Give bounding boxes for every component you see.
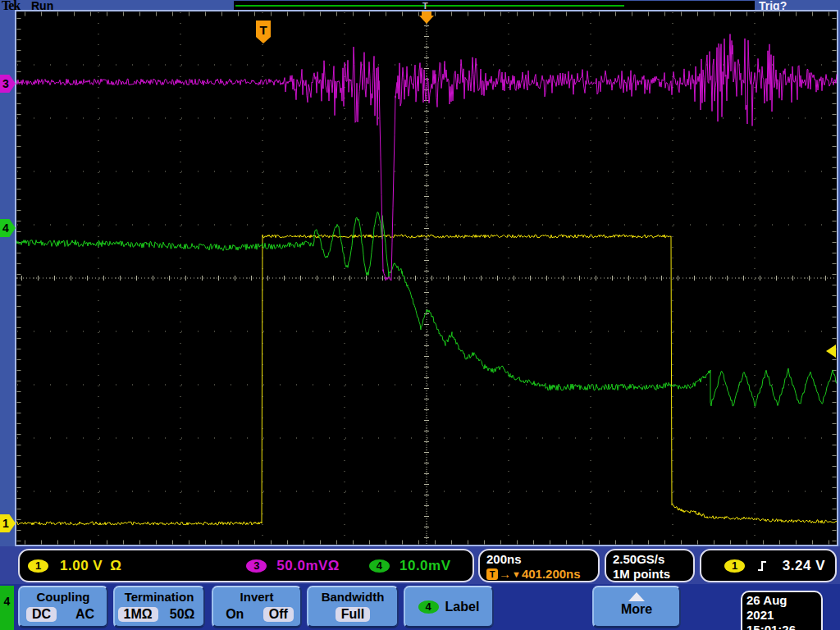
invert-button[interactable]: Invert On Off — [212, 586, 302, 628]
more-title: More — [594, 602, 679, 617]
triangle-down-icon: ▼ — [512, 569, 521, 579]
sample-rate: 2.50GS/s — [613, 552, 693, 567]
delay-position-marker[interactable] — [419, 11, 434, 24]
bandwidth-button[interactable]: Bandwidth Full — [307, 586, 399, 628]
invert-title: Invert — [213, 590, 300, 604]
arrow-right-icon: → — [499, 567, 511, 581]
termination-title: Termination — [115, 590, 203, 604]
ch3-badge[interactable]: 3 — [246, 559, 267, 573]
trigger-readout[interactable]: 1 3.24 V — [700, 549, 837, 582]
label-channel-badge: 4 — [418, 600, 439, 614]
bandwidth-title: Bandwidth — [308, 590, 397, 604]
ch4-scale: 10.0mV — [399, 558, 451, 574]
delay-t-icon: T — [486, 568, 498, 580]
ch3-impedance: Ω — [328, 558, 340, 574]
trigger-point-flag[interactable]: T — [256, 21, 271, 43]
ch1-badge[interactable]: 1 — [28, 559, 48, 573]
time-text: 15:01:26 — [746, 623, 817, 630]
delay-value: 401.200ns — [522, 567, 581, 581]
ch1-impedance: Ω — [110, 558, 121, 574]
svg-text:T: T — [259, 23, 267, 37]
termination-1m-option[interactable]: 1MΩ — [118, 607, 158, 622]
rising-edge-icon — [756, 559, 769, 573]
oscilloscope-screen: Tek Run T Trig? T 3 4 1 1 1.00 V Ω 3 50.… — [0, 0, 840, 630]
scope-display: T — [16, 11, 837, 545]
more-button[interactable]: More — [592, 586, 681, 628]
record-view-waveform-line — [235, 5, 624, 7]
invert-on-option[interactable]: On — [220, 607, 249, 622]
acquisition-readout[interactable]: 2.50GS/s 1M points — [605, 549, 695, 582]
ch3-scale: 50.0mV — [276, 558, 328, 574]
bandwidth-full-option[interactable]: Full — [336, 607, 370, 622]
channel-scale-readout[interactable]: 1 1.00 V Ω 3 50.0mV Ω 4 10.0mV — [18, 549, 474, 582]
trigger-level-arrow[interactable] — [826, 345, 836, 358]
record-length: 1M points — [613, 567, 693, 582]
coupling-ac-option[interactable]: AC — [70, 607, 100, 622]
bottom-menu: 4 Coupling DC AC Termination 1MΩ 50Ω Inv… — [0, 584, 840, 630]
datetime-display: 26 Aug 2021 15:01:26 — [741, 591, 823, 630]
horizontal-readout[interactable]: 200ns T → ▼ 401.200ns — [478, 549, 600, 582]
coupling-dc-option[interactable]: DC — [26, 607, 57, 622]
channel-menu-tab[interactable]: 4 — [0, 586, 14, 630]
label-button[interactable]: 4 Label — [404, 586, 494, 628]
trigger-level: 3.24 V — [783, 558, 825, 574]
ch1-position-marker[interactable]: 1 — [0, 514, 16, 532]
ch4-position-marker[interactable]: 4 — [0, 219, 16, 237]
coupling-button[interactable]: Coupling DC AC — [18, 586, 108, 628]
date-text: 26 Aug 2021 — [746, 593, 817, 623]
ch1-scale: 1.00 V — [60, 558, 103, 574]
termination-button[interactable]: Termination 1MΩ 50Ω — [113, 586, 205, 628]
termination-50-option[interactable]: 50Ω — [164, 607, 201, 622]
chevron-up-icon — [628, 592, 645, 601]
time-per-div: 200ns — [486, 552, 598, 567]
ch3-position-marker[interactable]: 3 — [0, 75, 16, 93]
coupling-title: Coupling — [20, 590, 107, 604]
ch4-trace — [16, 212, 837, 407]
graticule: T — [15, 10, 838, 546]
trigger-source-badge: 1 — [724, 559, 745, 573]
readout-strip: 1 1.00 V Ω 3 50.0mV Ω 4 10.0mV 200ns T →… — [0, 546, 840, 584]
ch4-badge[interactable]: 4 — [369, 559, 390, 573]
invert-off-option[interactable]: Off — [263, 607, 294, 622]
label-title: Label — [445, 600, 480, 614]
